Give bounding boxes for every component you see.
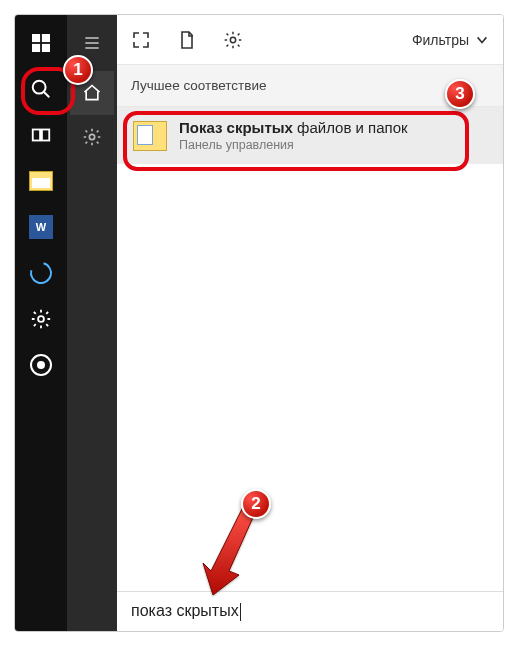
svg-point-8 [38,316,44,322]
start-button[interactable] [19,21,63,65]
svg-point-4 [33,81,46,94]
svg-rect-2 [32,44,40,52]
update-icon [26,258,56,288]
expand-icon[interactable] [131,30,151,50]
result-subtitle: Панель управления [179,138,408,152]
word-button[interactable]: W [19,205,63,249]
search-panel: Фильтры Лучшее соответствие Показ скрыты… [117,15,503,631]
settings-tab[interactable] [70,115,114,159]
update-button[interactable] [19,251,63,295]
task-view-button[interactable] [19,113,63,157]
svg-rect-3 [42,44,50,52]
svg-rect-0 [32,34,40,42]
menu-button[interactable] [70,21,114,65]
record-button[interactable] [19,343,63,387]
search-input[interactable]: показ скрытых [117,591,503,631]
search-input-text: показ скрытых [131,602,239,619]
filters-label: Фильтры [412,32,469,48]
windows-taskbar: W [15,15,67,631]
word-icon: W [29,215,53,239]
svg-point-13 [230,37,235,42]
best-match-header: Лучшее соответствие [117,65,503,107]
search-result-item[interactable]: Показ скрытых файлов и папок Панель упра… [117,107,503,164]
svg-rect-7 [42,130,49,141]
settings-button[interactable] [19,297,63,341]
document-icon[interactable] [177,30,197,50]
filters-dropdown[interactable]: Фильтры [412,32,489,48]
search-sidebar [67,15,117,631]
panel-toolbar: Фильтры [117,15,503,65]
folder-options-icon [133,121,167,151]
svg-line-5 [44,92,50,98]
svg-rect-1 [42,34,50,42]
explorer-button[interactable] [19,159,63,203]
record-icon [30,354,52,376]
home-tab[interactable] [70,71,114,115]
svg-rect-6 [33,130,40,141]
explorer-icon [29,171,53,191]
chevron-down-icon [475,33,489,47]
search-button[interactable] [19,67,63,111]
result-title: Показ скрытых файлов и папок [179,119,408,136]
settings-icon[interactable] [223,30,243,50]
svg-point-12 [89,134,94,139]
